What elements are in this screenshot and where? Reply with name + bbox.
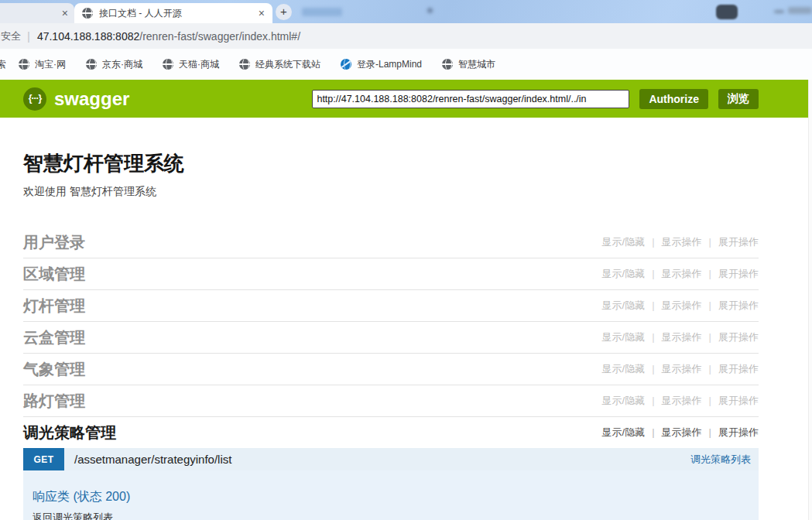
link-separator: | [652, 395, 654, 406]
api-url-input[interactable] [312, 90, 629, 108]
tab-favicon-globe-icon [82, 8, 93, 19]
expand-operations-link[interactable]: 展开操作 [718, 236, 759, 248]
show-hide-link[interactable]: 显示/隐藏 [602, 299, 646, 311]
api-section-row: 灯杆管理 显示/隐藏|显示操作|展开操作 [23, 290, 759, 322]
expand-operations-link[interactable]: 展开操作 [718, 395, 759, 406]
api-section-row: 云盒管理 显示/隐藏|显示操作|展开操作 [23, 322, 759, 354]
globe-icon [86, 59, 97, 70]
list-operations-link[interactable]: 显示操作 [662, 363, 702, 375]
api-section-title[interactable]: 气象管理 [23, 359, 85, 380]
expand-operations-link[interactable]: 展开操作 [718, 331, 759, 343]
api-section-row: 调光策略管理 显示/隐藏|显示操作|展开操作 [23, 417, 759, 448]
tab-partial[interactable]: × [0, 3, 74, 23]
api-section-title[interactable]: 路灯管理 [23, 391, 85, 412]
bookmark-item[interactable]: 经典系统下载站 [239, 58, 320, 71]
endpoint-summary-link[interactable]: 调光策略列表 [690, 453, 751, 467]
close-icon[interactable]: × [259, 8, 265, 19]
list-operations-link[interactable]: 显示操作 [662, 426, 702, 438]
api-section-row: 用户登录 显示/隐藏|显示操作|展开操作 [23, 227, 759, 258]
endpoint-path-link[interactable]: /assetmanager/strategyinfo/list [74, 453, 231, 466]
expand-operations-link[interactable]: 展开操作 [718, 268, 759, 279]
globe-icon [239, 59, 250, 70]
bookmark-item[interactable]: 天猫·商城 [163, 58, 219, 71]
expand-operations-link[interactable]: 展开操作 [718, 426, 759, 438]
expand-operations-link[interactable]: 展开操作 [718, 363, 759, 375]
link-separator: | [709, 426, 711, 438]
link-separator: | [709, 268, 711, 279]
list-operations-link[interactable]: 显示操作 [662, 331, 702, 343]
bookmark-item[interactable]: 京东·商城 [86, 58, 142, 71]
list-operations-link[interactable]: 显示操作 [662, 236, 702, 248]
bookmark-label: 京东·商城 [102, 58, 142, 71]
link-separator: | [652, 236, 654, 248]
page-title: 智慧灯杆管理系统 [23, 150, 759, 177]
globe-icon [163, 59, 173, 70]
api-section-title[interactable]: 灯杆管理 [23, 296, 85, 316]
api-section-title[interactable]: 调光策略管理 [23, 422, 116, 443]
api-section-row: 区域管理 显示/隐藏|显示操作|展开操作 [23, 258, 759, 290]
browser-window: × 接口文档 - 人人开源 × + 安全 | 47.104.188.188:80… [0, 0, 812, 520]
bookmark-item[interactable]: 淘宝·网 [19, 58, 66, 71]
link-separator: | [709, 236, 711, 248]
globe-icon [19, 59, 29, 70]
bookmarks-list: 淘宝·网 京东·商城 天猫·商城 经典系统下载站 登录-LampMind 智慧城… [19, 58, 516, 71]
link-separator: | [652, 426, 654, 438]
show-hide-link[interactable]: 显示/隐藏 [602, 268, 646, 279]
api-section-row: 路灯管理 显示/隐藏|显示操作|展开操作 [23, 385, 759, 417]
authorize-button[interactable]: Authorize [639, 89, 708, 109]
section-operation-links: 显示/隐藏|显示操作|展开操作 [602, 267, 759, 281]
show-hide-link[interactable]: 显示/隐藏 [602, 363, 646, 375]
swagger-logo-text: swagger [54, 88, 129, 110]
explore-button[interactable]: 浏览 [718, 89, 759, 109]
redacted-text-blur [302, 8, 342, 16]
api-section-row: 气象管理 显示/隐藏|显示操作|展开操作 [23, 354, 759, 385]
window-controls-blur [774, 10, 784, 13]
tab-active[interactable]: 接口文档 - 人人开源 × [74, 3, 272, 23]
list-operations-link[interactable]: 显示操作 [662, 268, 702, 279]
link-separator: | [709, 331, 711, 343]
link-separator: | [709, 395, 711, 406]
bookmark-label: 智慧城市 [458, 58, 495, 71]
new-tab-button[interactable]: + [276, 4, 292, 20]
api-section-title[interactable]: 区域管理 [23, 264, 85, 285]
bookmark-label: 淘宝·网 [35, 58, 66, 71]
swagger-header: {···} swagger Authorize 浏览 [0, 80, 812, 118]
url-path: /renren-fast/swagger/index.html#/ [139, 30, 300, 43]
expand-operations-link[interactable]: 展开操作 [718, 299, 759, 311]
bookmarks-bar: 索 淘宝·网 京东·商城 天猫·商城 经典系统下载站 登录-LampMind 智… [0, 49, 812, 80]
section-operation-links: 显示/隐藏|显示操作|展开操作 [602, 330, 759, 344]
link-separator: | [652, 331, 654, 343]
api-section-title[interactable]: 云盒管理 [23, 327, 85, 348]
bookmark-item[interactable]: 智慧城市 [442, 58, 495, 71]
show-hide-link[interactable]: 显示/隐藏 [602, 426, 646, 438]
link-separator: | [652, 268, 654, 279]
close-icon[interactable]: × [62, 8, 68, 19]
address-bar[interactable]: 安全 | 47.104.188.188:8082/renren-fast/swa… [0, 23, 812, 49]
bookmark-item[interactable]: 登录-LampMind [341, 58, 422, 71]
tab-bar: × 接口文档 - 人人开源 × + [0, 0, 812, 23]
swagger-logo[interactable]: {···} swagger [23, 87, 129, 111]
show-hide-link[interactable]: 显示/隐藏 [602, 236, 646, 248]
section-operation-links: 显示/隐藏|显示操作|展开操作 [602, 394, 759, 408]
response-class-link[interactable]: 响应类 (状态 200) [33, 489, 130, 505]
list-operations-link[interactable]: 显示操作 [662, 395, 702, 406]
link-separator: | [652, 363, 654, 375]
scrollbar[interactable] [808, 80, 812, 520]
list-operations-link[interactable]: 显示操作 [662, 299, 702, 311]
http-method-badge: GET [23, 448, 64, 470]
link-separator: | [709, 299, 711, 311]
page-content: 智慧灯杆管理系统 欢迎使用 智慧灯杆管理系统 用户登录 显示/隐藏|显示操作|展… [0, 118, 812, 520]
api-section-title[interactable]: 用户登录 [23, 232, 85, 253]
security-badge: 安全 [1, 29, 21, 43]
show-hide-link[interactable]: 显示/隐藏 [602, 395, 646, 406]
bookmark-overflow-label[interactable]: 索 [0, 58, 6, 71]
show-hide-link[interactable]: 显示/隐藏 [602, 331, 646, 343]
swagger-logo-icon: {···} [23, 87, 46, 111]
url-host: 47.104.188.188:8082 [37, 30, 139, 43]
globe-icon [442, 59, 453, 70]
link-separator: | [709, 363, 711, 375]
link-separator: | [652, 299, 654, 311]
window-controls-blur [788, 7, 812, 14]
bookmark-label: 经典系统下载站 [255, 58, 320, 71]
endpoint-row[interactable]: GET /assetmanager/strategyinfo/list 调光策略… [23, 448, 759, 470]
